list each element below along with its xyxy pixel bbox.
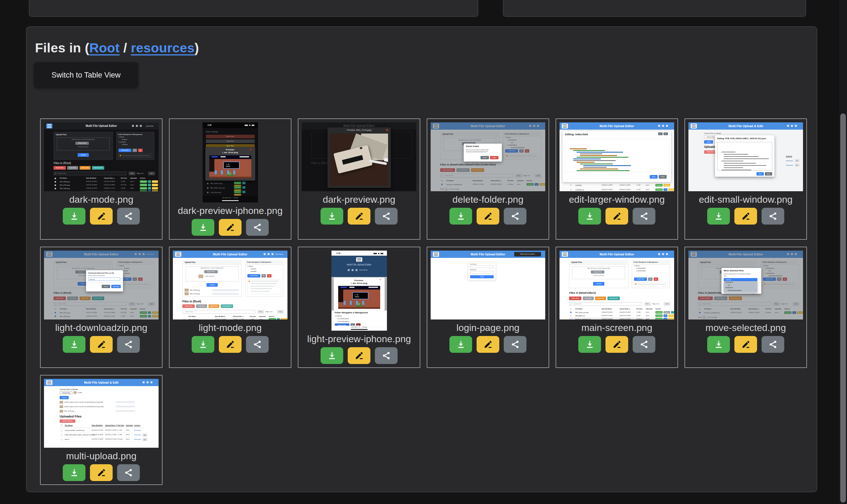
file-card: Multi File Upload & EditChoose files to …	[685, 119, 807, 240]
share-button[interactable]	[117, 464, 140, 481]
share-icon	[124, 468, 134, 478]
file-name: edit-larger-window.png	[569, 194, 665, 205]
file-thumbnail[interactable]: Multi File Upload & EditChoose files to …	[44, 379, 159, 448]
file-thumbnail[interactable]: Multi File Upload EditorLight ModeUpload…	[44, 122, 159, 191]
pencil-icon	[483, 340, 493, 349]
file-thumbnail[interactable]: Multi File Upload EditorDark ModeUpload …	[173, 251, 287, 320]
edit-button[interactable]	[605, 336, 628, 353]
pencil-icon	[354, 351, 364, 360]
download-icon	[714, 211, 723, 221]
scrollbar-track[interactable]	[839, 0, 847, 504]
file-card: Multi File Upload EditorFiles in (Root)P…	[298, 119, 420, 240]
download-button[interactable]	[578, 336, 601, 353]
thumbnail-art: Multi File Upload EditorUpload FilesDrop…	[431, 122, 545, 191]
download-button[interactable]	[707, 336, 730, 353]
download-button[interactable]	[63, 336, 86, 353]
file-actions	[449, 208, 527, 224]
share-button[interactable]	[633, 336, 655, 353]
edit-button[interactable]	[348, 208, 370, 224]
thumbnail-art: 3:18Multi File Upload EditorDark ModeUpl…	[332, 251, 387, 331]
share-icon	[511, 211, 520, 221]
share-icon	[253, 340, 262, 349]
download-icon	[327, 351, 337, 360]
file-card: Multi File Upload EditorLight ModeUpload…	[40, 119, 162, 240]
file-thumbnail[interactable]: Multi File Upload EditorDark ModeUpload …	[44, 251, 159, 320]
file-name: login-page.png	[456, 322, 519, 333]
download-button[interactable]	[192, 336, 214, 353]
download-button[interactable]	[63, 464, 86, 481]
share-button[interactable]	[761, 208, 784, 224]
edit-button[interactable]	[734, 208, 757, 224]
download-button[interactable]	[63, 208, 86, 224]
edit-button[interactable]	[348, 347, 370, 364]
download-icon	[456, 340, 466, 349]
file-actions	[192, 336, 269, 353]
file-thumbnail[interactable]: 3:18Multi File Upload EditorDark ModeUpl…	[332, 251, 387, 331]
download-button[interactable]	[707, 208, 730, 224]
edit-button[interactable]	[219, 219, 242, 236]
breadcrumb-current-link[interactable]: resources	[131, 40, 194, 55]
switch-to-table-view-button[interactable]: Switch to Table View	[34, 62, 138, 88]
file-thumbnail[interactable]: Multi File Upload & EditChoose files to …	[688, 122, 803, 191]
download-button[interactable]	[449, 336, 472, 353]
share-button[interactable]	[504, 208, 527, 224]
download-icon	[198, 340, 208, 349]
file-thumbnail[interactable]: Multi File Upload EditorLICENSE03/09/25 …	[560, 122, 674, 191]
share-button[interactable]	[375, 208, 398, 224]
share-button[interactable]	[633, 208, 655, 224]
download-icon	[585, 340, 595, 349]
file-name: light-mode.png	[199, 322, 262, 333]
edit-button[interactable]	[477, 336, 499, 353]
file-thumbnail[interactable]: Multi File Upload EditorUpload FilesDrop…	[688, 251, 803, 320]
thumbnail-art: Multi File Upload EditorDark ModeUpload …	[173, 251, 287, 320]
edit-button[interactable]	[605, 208, 628, 224]
share-button[interactable]	[246, 219, 269, 236]
edit-button[interactable]	[90, 464, 113, 481]
pencil-icon	[97, 340, 106, 349]
share-button[interactable]	[504, 336, 527, 353]
share-button[interactable]	[117, 336, 140, 353]
share-icon	[124, 340, 134, 349]
share-button[interactable]	[246, 336, 269, 353]
download-button[interactable]	[320, 347, 343, 364]
share-icon	[382, 211, 391, 221]
file-name: light-preview-iphone.png	[307, 334, 411, 344]
page: { "header": { "title_prefix": "Files in …	[0, 0, 847, 504]
file-thumbnail[interactable]: Multi File Upload EditorFiles in (Root)P…	[302, 122, 416, 191]
download-button[interactable]	[578, 208, 601, 224]
scrollbar-thumb[interactable]	[840, 113, 846, 503]
share-icon	[768, 340, 778, 349]
download-icon	[456, 211, 466, 221]
share-button[interactable]	[117, 208, 140, 224]
share-icon	[639, 211, 649, 221]
edit-button[interactable]	[90, 336, 113, 353]
edit-button[interactable]	[477, 208, 499, 224]
file-card: Multi File Upload EditorLICENSE03/09/25 …	[555, 119, 678, 240]
share-icon	[768, 211, 778, 221]
file-actions	[707, 208, 784, 224]
edit-button[interactable]	[90, 208, 113, 224]
pencil-icon	[483, 211, 493, 221]
thumbnail-art: Multi File Upload EditorPlease log in to…	[431, 251, 545, 320]
download-button[interactable]	[320, 208, 343, 224]
file-name: edit-small-window.png	[699, 194, 793, 205]
edit-button[interactable]	[734, 336, 757, 353]
file-thumbnail[interactable]: Multi File Upload EditorUpload FilesDrop…	[560, 251, 674, 320]
breadcrumb-root-link[interactable]: Root	[89, 40, 120, 55]
pencil-icon	[741, 340, 751, 349]
pencil-icon	[612, 211, 622, 221]
edit-button[interactable]	[219, 336, 242, 353]
file-thumbnail[interactable]: Multi File Upload EditorUpload FilesDrop…	[431, 122, 545, 191]
download-button[interactable]	[449, 208, 472, 224]
share-icon	[382, 351, 391, 360]
pencil-icon	[97, 468, 106, 478]
share-button[interactable]	[375, 347, 398, 364]
file-card: 3:18Multi File Upload EditorDark ModeUpl…	[298, 247, 420, 368]
file-grid: Multi File Upload EditorLight ModeUpload…	[40, 119, 807, 485]
file-thumbnail[interactable]: 3:16Files in (Root)Delete FilesCopy File…	[202, 122, 258, 202]
file-thumbnail[interactable]: Multi File Upload EditorPlease log in to…	[431, 251, 545, 320]
top-panel-right	[503, 0, 806, 17]
share-button[interactable]	[761, 336, 784, 353]
share-icon	[253, 222, 262, 232]
download-button[interactable]	[192, 219, 214, 236]
